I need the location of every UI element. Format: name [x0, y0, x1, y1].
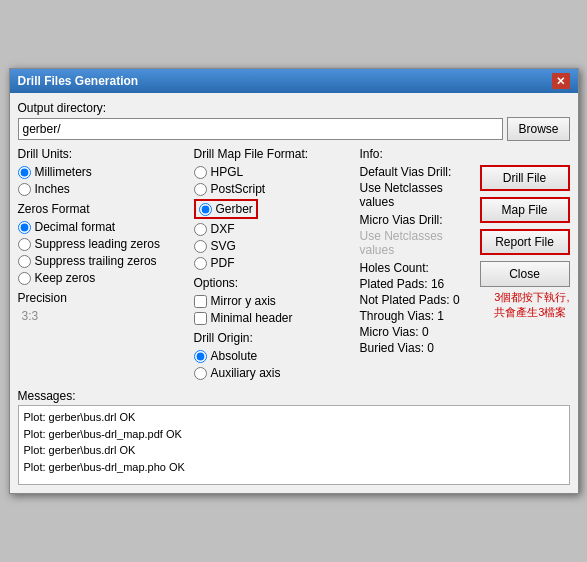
suppress-leading-row: Suppress leading zeros: [18, 237, 188, 251]
map-file-button[interactable]: Map File: [480, 197, 570, 223]
message-line-2: Plot: gerber\bus.drl OK: [24, 442, 564, 459]
decimal-format-row: Decimal format: [18, 220, 188, 234]
pdf-radio[interactable]: [194, 257, 207, 270]
zeros-format-label: Zeros Format: [18, 202, 188, 216]
minimal-header-checkbox[interactable]: [194, 312, 207, 325]
suppress-trailing-label: Suppress trailing zeros: [35, 254, 157, 268]
message-line-1: Plot: gerber\bus-drl_map.pdf OK: [24, 426, 564, 443]
auxiliary-axis-row: Auxiliary axis: [194, 366, 354, 380]
micro-vias-drill-label: Micro Vias Drill:: [360, 213, 443, 227]
gerber-radio[interactable]: [199, 203, 212, 216]
close-window-button[interactable]: ✕: [552, 73, 570, 89]
suppress-leading-label: Suppress leading zeros: [35, 237, 160, 251]
holes-count-label: Holes Count:: [360, 261, 429, 275]
messages-box: Plot: gerber\bus.drl OK Plot: gerber\bus…: [18, 405, 570, 485]
pdf-row: PDF: [194, 256, 354, 270]
messages-label: Messages:: [18, 389, 570, 403]
message-line-3: Plot: gerber\bus-drl_map.pho OK: [24, 459, 564, 476]
absolute-row: Absolute: [194, 349, 354, 363]
mirror-y-checkbox[interactable]: [194, 295, 207, 308]
postscript-radio[interactable]: [194, 183, 207, 196]
output-dir-row: Output directory: Browse: [18, 101, 570, 141]
info-label: Info:: [360, 147, 570, 161]
inches-row: Inches: [18, 182, 188, 196]
output-dir-label: Output directory:: [18, 101, 570, 115]
buried-vias-value: Buried Vias: 0: [360, 341, 435, 355]
drill-file-button[interactable]: Drill File: [480, 165, 570, 191]
micro-vias-value: Micro Vias: 0: [360, 325, 429, 339]
gerber-label: Gerber: [216, 202, 253, 216]
mirror-y-row: Mirror y axis: [194, 294, 354, 308]
use-netclasses-label: Use Netclasses values: [360, 181, 443, 209]
window-title: Drill Files Generation: [18, 74, 139, 88]
title-bar: Drill Files Generation ✕: [10, 69, 578, 93]
drill-units-label: Drill Units:: [18, 147, 188, 161]
keep-zeros-row: Keep zeros: [18, 271, 188, 285]
message-line-0: Plot: gerber\bus.drl OK: [24, 409, 564, 426]
millimeters-row: Millimeters: [18, 165, 188, 179]
decimal-format-label: Decimal format: [35, 220, 116, 234]
annotation-text: 3個都按下執行,共會產生3檔案: [494, 290, 569, 321]
default-vias-drill-label: Default Vias Drill:: [360, 165, 452, 179]
suppress-trailing-row: Suppress trailing zeros: [18, 254, 188, 268]
plated-pads-value: Plated Pads: 16: [360, 277, 445, 291]
postscript-label: PostScript: [211, 182, 266, 196]
micro-netclasses-label: Use Netclasses values: [360, 229, 443, 257]
auxiliary-axis-label: Auxiliary axis: [211, 366, 281, 380]
mirror-y-label: Mirror y axis: [211, 294, 276, 308]
absolute-radio[interactable]: [194, 350, 207, 363]
options-label: Options:: [194, 276, 354, 290]
browse-button[interactable]: Browse: [507, 117, 569, 141]
suppress-leading-radio[interactable]: [18, 238, 31, 251]
millimeters-radio[interactable]: [18, 166, 31, 179]
main-window: Drill Files Generation ✕ Output director…: [9, 68, 579, 494]
svg-row: SVG: [194, 239, 354, 253]
millimeters-label: Millimeters: [35, 165, 92, 179]
svg-label: SVG: [211, 239, 236, 253]
inches-label: Inches: [35, 182, 70, 196]
hpgl-label: HPGL: [211, 165, 244, 179]
suppress-trailing-radio[interactable]: [18, 255, 31, 268]
decimal-format-radio[interactable]: [18, 221, 31, 234]
keep-zeros-radio[interactable]: [18, 272, 31, 285]
drill-map-label: Drill Map File Format:: [194, 147, 354, 161]
gerber-row: Gerber: [194, 199, 258, 219]
dxf-label: DXF: [211, 222, 235, 236]
not-plated-pads-value: Not Plated Pads: 0: [360, 293, 460, 307]
precision-value: 3:3: [18, 309, 188, 323]
keep-zeros-label: Keep zeros: [35, 271, 96, 285]
report-file-button[interactable]: Report File: [480, 229, 570, 255]
absolute-label: Absolute: [211, 349, 258, 363]
minimal-header-label: Minimal header: [211, 311, 293, 325]
hpgl-radio[interactable]: [194, 166, 207, 179]
drill-origin-label: Drill Origin:: [194, 331, 354, 345]
through-vias-value: Through Vias: 1: [360, 309, 445, 323]
pdf-label: PDF: [211, 256, 235, 270]
minimal-header-row: Minimal header: [194, 311, 354, 325]
dxf-row: DXF: [194, 222, 354, 236]
dxf-radio[interactable]: [194, 223, 207, 236]
precision-label: Precision: [18, 291, 188, 305]
inches-radio[interactable]: [18, 183, 31, 196]
output-dir-input[interactable]: [18, 118, 504, 140]
close-button[interactable]: Close: [480, 261, 570, 287]
auxiliary-axis-radio[interactable]: [194, 367, 207, 380]
svg-radio[interactable]: [194, 240, 207, 253]
postscript-row: PostScript: [194, 182, 354, 196]
hpgl-row: HPGL: [194, 165, 354, 179]
